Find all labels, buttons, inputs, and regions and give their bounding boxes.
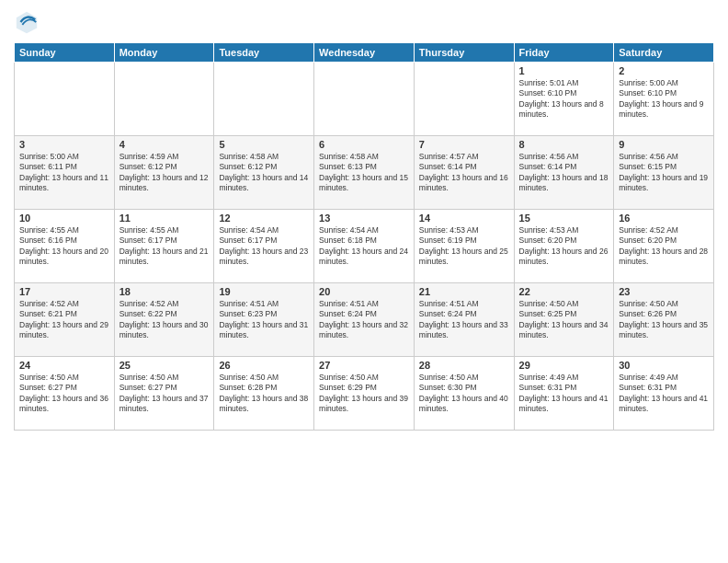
day-number: 30 (619, 360, 709, 371)
cell-solar-info: Sunrise: 4:50 AM Sunset: 6:27 PM Dayligh… (19, 373, 109, 415)
day-number: 4 (119, 139, 210, 150)
day-number: 29 (519, 360, 609, 371)
week-row-3: 10Sunrise: 4:55 AM Sunset: 6:16 PM Dayli… (15, 210, 714, 283)
cell-solar-info: Sunrise: 4:49 AM Sunset: 6:31 PM Dayligh… (619, 373, 709, 415)
calendar-cell: 27Sunrise: 4:50 AM Sunset: 6:29 PM Dayli… (314, 357, 415, 431)
day-number: 7 (419, 139, 509, 150)
calendar-cell: 14Sunrise: 4:53 AM Sunset: 6:19 PM Dayli… (414, 210, 514, 283)
cell-solar-info: Sunrise: 4:58 AM Sunset: 6:12 PM Dayligh… (219, 152, 309, 194)
calendar-cell: 3Sunrise: 5:00 AM Sunset: 6:11 PM Daylig… (15, 136, 115, 210)
days-header-row: SundayMondayTuesdayWednesdayThursdayFrid… (15, 43, 714, 63)
cell-solar-info: Sunrise: 4:54 AM Sunset: 6:18 PM Dayligh… (319, 225, 409, 268)
week-row-1: 1Sunrise: 5:01 AM Sunset: 6:10 PM Daylig… (15, 63, 714, 136)
calendar-cell: 8Sunrise: 4:56 AM Sunset: 6:14 PM Daylig… (514, 136, 614, 210)
calendar-cell: 26Sunrise: 4:50 AM Sunset: 6:28 PM Dayli… (214, 357, 314, 431)
day-header-saturday: Saturday (614, 43, 714, 63)
day-number: 10 (19, 213, 109, 224)
cell-solar-info: Sunrise: 4:53 AM Sunset: 6:20 PM Dayligh… (519, 225, 609, 268)
calendar-cell: 10Sunrise: 4:55 AM Sunset: 6:16 PM Dayli… (15, 210, 115, 283)
cell-solar-info: Sunrise: 4:50 AM Sunset: 6:29 PM Dayligh… (319, 373, 409, 415)
calendar-cell (214, 63, 314, 136)
day-header-friday: Friday (514, 43, 614, 63)
calendar-cell: 23Sunrise: 4:50 AM Sunset: 6:26 PM Dayli… (614, 283, 714, 357)
day-header-thursday: Thursday (414, 43, 514, 63)
cell-solar-info: Sunrise: 4:55 AM Sunset: 6:16 PM Dayligh… (19, 225, 109, 268)
day-number: 14 (419, 213, 509, 224)
cell-solar-info: Sunrise: 4:50 AM Sunset: 6:28 PM Dayligh… (219, 373, 309, 415)
cell-solar-info: Sunrise: 4:51 AM Sunset: 6:23 PM Dayligh… (219, 299, 309, 341)
calendar-cell: 21Sunrise: 4:51 AM Sunset: 6:24 PM Dayli… (414, 283, 514, 357)
calendar-cell: 19Sunrise: 4:51 AM Sunset: 6:23 PM Dayli… (214, 283, 314, 357)
cell-solar-info: Sunrise: 4:57 AM Sunset: 6:14 PM Dayligh… (419, 152, 509, 194)
day-header-sunday: Sunday (15, 43, 115, 63)
day-number: 13 (319, 213, 409, 224)
calendar-cell (15, 63, 115, 136)
day-header-tuesday: Tuesday (214, 43, 314, 63)
day-number: 27 (319, 360, 409, 371)
calendar-cell (314, 63, 415, 136)
cell-solar-info: Sunrise: 4:51 AM Sunset: 6:24 PM Dayligh… (319, 299, 409, 341)
day-number: 9 (619, 139, 709, 150)
calendar-cell: 15Sunrise: 4:53 AM Sunset: 6:20 PM Dayli… (514, 210, 614, 283)
day-number: 23 (619, 286, 709, 297)
calendar-cell: 25Sunrise: 4:50 AM Sunset: 6:27 PM Dayli… (114, 357, 214, 431)
page-container: SundayMondayTuesdayWednesdayThursdayFrid… (0, 0, 728, 440)
day-number: 20 (319, 286, 409, 297)
day-number: 5 (219, 139, 309, 150)
day-number: 26 (219, 360, 309, 371)
day-number: 15 (519, 213, 609, 224)
day-number: 18 (119, 286, 210, 297)
svg-marker-0 (17, 12, 37, 33)
cell-solar-info: Sunrise: 5:00 AM Sunset: 6:11 PM Dayligh… (19, 152, 109, 194)
calendar-cell: 20Sunrise: 4:51 AM Sunset: 6:24 PM Dayli… (314, 283, 415, 357)
calendar-cell: 13Sunrise: 4:54 AM Sunset: 6:18 PM Dayli… (314, 210, 415, 283)
cell-solar-info: Sunrise: 4:50 AM Sunset: 6:30 PM Dayligh… (419, 373, 509, 415)
day-number: 1 (519, 65, 609, 76)
calendar-cell: 28Sunrise: 4:50 AM Sunset: 6:30 PM Dayli… (414, 357, 514, 431)
calendar-cell: 2Sunrise: 5:00 AM Sunset: 6:10 PM Daylig… (614, 63, 714, 136)
calendar-cell: 12Sunrise: 4:54 AM Sunset: 6:17 PM Dayli… (214, 210, 314, 283)
day-number: 2 (619, 65, 709, 76)
day-header-monday: Monday (114, 43, 214, 63)
day-number: 12 (219, 213, 309, 224)
cell-solar-info: Sunrise: 4:54 AM Sunset: 6:17 PM Dayligh… (219, 225, 309, 268)
logo-icon (14, 9, 40, 35)
cell-solar-info: Sunrise: 4:55 AM Sunset: 6:17 PM Dayligh… (119, 225, 210, 268)
calendar-cell: 9Sunrise: 4:56 AM Sunset: 6:15 PM Daylig… (614, 136, 714, 210)
calendar-cell: 30Sunrise: 4:49 AM Sunset: 6:31 PM Dayli… (614, 357, 714, 431)
day-number: 28 (419, 360, 509, 371)
cell-solar-info: Sunrise: 4:52 AM Sunset: 6:22 PM Dayligh… (119, 299, 210, 341)
cell-solar-info: Sunrise: 4:51 AM Sunset: 6:24 PM Dayligh… (419, 299, 509, 341)
week-row-4: 17Sunrise: 4:52 AM Sunset: 6:21 PM Dayli… (15, 283, 714, 357)
day-number: 25 (119, 360, 210, 371)
calendar-cell: 7Sunrise: 4:57 AM Sunset: 6:14 PM Daylig… (414, 136, 514, 210)
calendar-cell: 1Sunrise: 5:01 AM Sunset: 6:10 PM Daylig… (514, 63, 614, 136)
week-row-2: 3Sunrise: 5:00 AM Sunset: 6:11 PM Daylig… (15, 136, 714, 210)
cell-solar-info: Sunrise: 5:00 AM Sunset: 6:10 PM Dayligh… (619, 78, 709, 121)
calendar-cell: 16Sunrise: 4:52 AM Sunset: 6:20 PM Dayli… (614, 210, 714, 283)
calendar-cell: 17Sunrise: 4:52 AM Sunset: 6:21 PM Dayli… (15, 283, 115, 357)
day-header-wednesday: Wednesday (314, 43, 415, 63)
header (14, 9, 714, 35)
logo (14, 9, 43, 35)
cell-solar-info: Sunrise: 4:50 AM Sunset: 6:25 PM Dayligh… (519, 299, 609, 341)
day-number: 22 (519, 286, 609, 297)
day-number: 16 (619, 213, 709, 224)
calendar-cell: 29Sunrise: 4:49 AM Sunset: 6:31 PM Dayli… (514, 357, 614, 431)
cell-solar-info: Sunrise: 4:56 AM Sunset: 6:14 PM Dayligh… (519, 152, 609, 194)
day-number: 21 (419, 286, 509, 297)
cell-solar-info: Sunrise: 4:52 AM Sunset: 6:20 PM Dayligh… (619, 225, 709, 268)
cell-solar-info: Sunrise: 4:58 AM Sunset: 6:13 PM Dayligh… (319, 152, 409, 194)
day-number: 19 (219, 286, 309, 297)
calendar-table: SundayMondayTuesdayWednesdayThursdayFrid… (14, 42, 714, 431)
day-number: 6 (319, 139, 409, 150)
calendar-cell (114, 63, 214, 136)
calendar-cell: 6Sunrise: 4:58 AM Sunset: 6:13 PM Daylig… (314, 136, 415, 210)
day-number: 3 (19, 139, 109, 150)
day-number: 8 (519, 139, 609, 150)
cell-solar-info: Sunrise: 5:01 AM Sunset: 6:10 PM Dayligh… (519, 78, 609, 121)
cell-solar-info: Sunrise: 4:53 AM Sunset: 6:19 PM Dayligh… (419, 225, 509, 268)
day-number: 24 (19, 360, 109, 371)
calendar-cell (414, 63, 514, 136)
week-row-5: 24Sunrise: 4:50 AM Sunset: 6:27 PM Dayli… (15, 357, 714, 431)
